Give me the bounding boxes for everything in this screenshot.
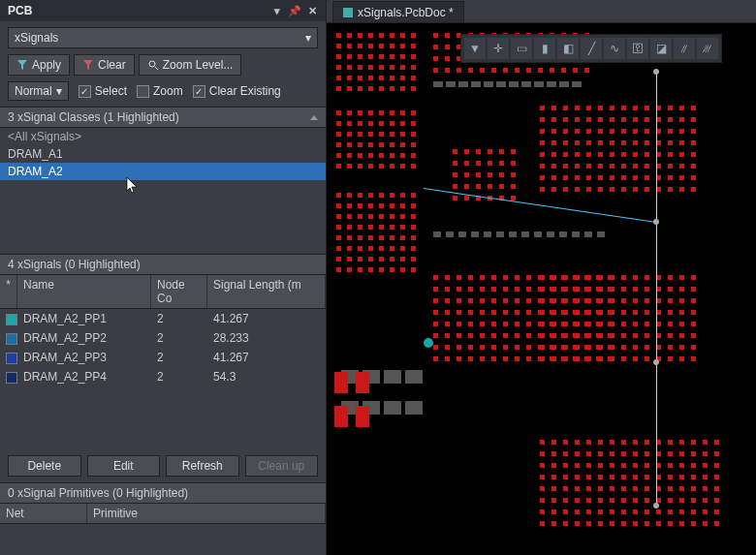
edit-button[interactable]: Edit (87, 455, 161, 477)
class-item[interactable]: <All xSignals> (0, 128, 326, 145)
class-item[interactable]: DRAM_A1 (0, 145, 326, 163)
chip-icon[interactable]: ◧ (557, 38, 579, 59)
tab-pcbdoc[interactable]: xSignals.PcbDoc * (332, 1, 464, 22)
classes-list: <All xSignals>DRAM_A1DRAM_A2 (0, 128, 326, 254)
dropdown-icon[interactable]: ▾ (271, 5, 283, 16)
class-item[interactable]: DRAM_A2 (0, 163, 326, 180)
select-rect-icon[interactable]: ▭ (511, 38, 532, 59)
delete-button[interactable]: Delete (8, 455, 81, 477)
funnel-icon (16, 59, 28, 71)
col-length[interactable]: Signal Length (m (207, 275, 326, 308)
signals-columns: * Name Node Co Signal Length (m (0, 275, 326, 309)
svg-line-1 (155, 67, 158, 70)
collapse-icon[interactable] (310, 115, 318, 120)
signal-row[interactable]: DRAM_A2_PP2228.233 (0, 328, 326, 348)
pcb-icon (343, 8, 353, 17)
col-star[interactable]: * (0, 275, 17, 308)
signals-header: 4 xSignals (0 Highlighted) (0, 254, 326, 275)
panel-header: PCB ▾ 📌 ✕ (0, 0, 326, 21)
col-node[interactable]: Node Co (151, 275, 207, 308)
zoom-level-button[interactable]: Zoom Level... (139, 54, 242, 76)
pin-icon[interactable]: 📌 (289, 5, 300, 16)
chart2-icon[interactable]: ⫻ (697, 38, 718, 59)
zoom-checkbox[interactable]: Zoom (137, 84, 183, 98)
chevron-down-icon: ▾ (56, 84, 62, 98)
mode-select[interactable]: Normal ▾ (8, 81, 69, 101)
window-icon[interactable]: ◪ (650, 38, 672, 59)
close-icon[interactable]: ✕ (306, 5, 318, 16)
pcb-toolbar: ▼✛▭▮◧╱∿⚿◪⫽⫻ (460, 34, 722, 63)
bars-icon[interactable]: ▮ (534, 38, 555, 59)
key-icon[interactable]: ⚿ (627, 38, 648, 59)
signals-grid: DRAM_A2_PP1241.267DRAM_A2_PP2228.233DRAM… (0, 309, 326, 449)
wave-icon[interactable]: ∿ (604, 38, 625, 59)
signal-row[interactable]: DRAM_A2_PP1241.267 (0, 309, 326, 328)
primitives-header: 0 xSignal Primitives (0 Highlighted) (0, 482, 326, 504)
clear-button[interactable]: Clear (74, 54, 135, 76)
route-icon[interactable]: ╱ (581, 38, 602, 59)
col-name[interactable]: Name (17, 275, 151, 308)
chart1-icon[interactable]: ⫽ (674, 38, 695, 59)
refresh-button[interactable]: Refresh (166, 455, 239, 477)
cleanup-button: Clean up (245, 455, 319, 477)
primitives-columns: Net Primitive (0, 504, 326, 524)
signal-row[interactable]: DRAM_A2_PP3241.267 (0, 348, 326, 367)
apply-button[interactable]: Apply (8, 54, 70, 76)
clear-existing-checkbox[interactable]: Clear Existing (193, 84, 281, 98)
chevron-down-icon: ▾ (305, 31, 311, 45)
classes-header: 3 xSignal Classes (1 Highlighted) (0, 107, 326, 128)
category-dropdown[interactable]: xSignals ▾ (8, 27, 318, 48)
col-net[interactable]: Net (0, 504, 87, 523)
primitives-list (0, 524, 326, 555)
panel-title: PCB (8, 4, 32, 17)
filter-icon[interactable]: ▼ (464, 38, 486, 59)
funnel-clear-icon (82, 59, 94, 71)
signal-row[interactable]: DRAM_A2_PP4254.3 (0, 367, 326, 386)
crosshair-icon[interactable]: ✛ (488, 38, 509, 59)
select-checkbox[interactable]: Select (79, 84, 127, 98)
pcb-canvas[interactable] (327, 23, 756, 555)
col-primitive[interactable]: Primitive (87, 504, 326, 523)
magnifier-icon (147, 59, 159, 71)
document-tabs: xSignals.PcbDoc * (327, 0, 756, 23)
svg-point-0 (149, 61, 155, 67)
